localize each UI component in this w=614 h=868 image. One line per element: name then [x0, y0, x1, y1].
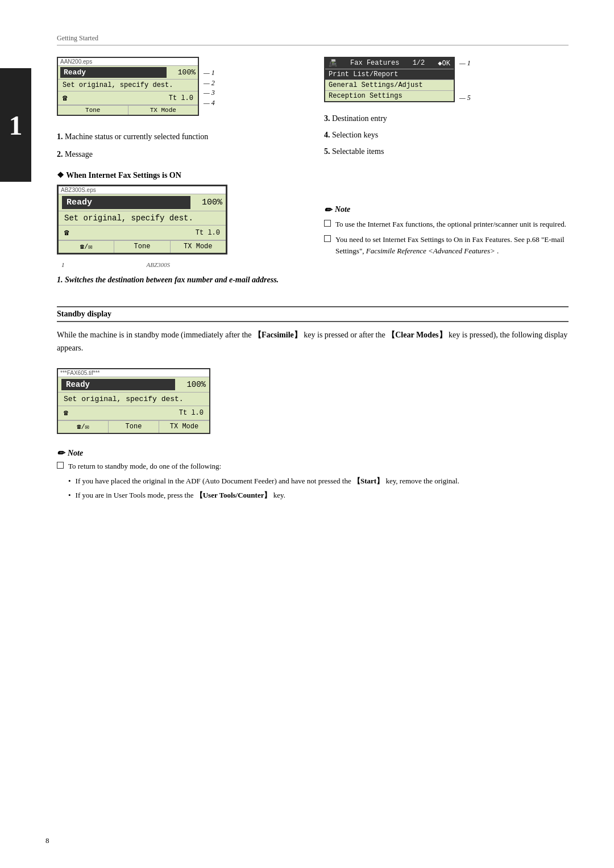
standby-phone-icon: ☎: [61, 408, 179, 418]
standby-status-row: Ready 100%: [58, 377, 209, 393]
menu-item-3: Reception Settings: [325, 90, 454, 101]
standby-section-divider: Standby display: [57, 306, 569, 322]
menu-item-1: Print List/Report: [325, 69, 454, 80]
right-lcd-page: 1/2: [413, 59, 425, 68]
internet-fax-header: When Internet Fax Settings is ON: [57, 170, 301, 180]
ifax-btn1: ☎/✉: [59, 241, 114, 253]
page-number: 8: [45, 836, 49, 845]
ifax-tt: Tt l.0: [196, 229, 222, 237]
lcd-tt: Tt l.0: [169, 94, 196, 102]
right-lcd-ok: ◆OK: [438, 59, 450, 68]
standby-checkbox: [57, 462, 64, 469]
lcd-message: Set original, specify dest.: [60, 81, 196, 90]
annot-4: — 4: [204, 99, 215, 107]
ifax-annot-num: 1: [61, 261, 65, 268]
bullet-item-1: • If you have placed the original in the…: [68, 475, 569, 487]
lcd-bottom-bar: Tone TX Mode: [58, 105, 198, 115]
standby-section-title: Standby display: [57, 310, 111, 318]
ifax-status: Ready: [62, 196, 190, 209]
standby-tt: Tt l.0: [179, 409, 206, 417]
standby-percent: 100%: [175, 380, 206, 389]
standby-note-icon: ✏: [57, 448, 64, 458]
lcd-icon-row: ☎ Tt l.0: [58, 91, 198, 105]
note-checkbox-1: [324, 220, 331, 227]
top-section: AAN200.eps Ready 100% Set original, spec…: [57, 57, 569, 295]
standby-btn2: Tone: [109, 421, 159, 433]
bullet-dot-2: •: [68, 490, 71, 501]
note-icon-right: ✏: [324, 205, 331, 215]
right-panel: 📠 Fax Features 1/2 ◆OK Print List/Report…: [324, 57, 569, 295]
standby-filename: ***FAX605.tif***: [58, 369, 209, 377]
ifax-phone-icon: ☎: [62, 227, 196, 238]
standby-icon-row: ☎ Tt l.0: [58, 406, 209, 420]
switch-description: 1. Switches the destination between fax …: [57, 274, 301, 286]
chapter-marker: 1: [0, 68, 31, 182]
note-checkbox-2: [324, 235, 331, 242]
standby-description: While the machine is in standby mode (im…: [57, 329, 569, 354]
standby-lcd-wrapper: ***FAX605.tif*** Ready 100% Set original…: [57, 361, 569, 441]
standby-btn3: TX Mode: [159, 421, 209, 433]
desc-item-4: 4. Selection keys: [324, 128, 569, 142]
bullet-item-2: • If you are in User Tools mode, press t…: [68, 490, 569, 501]
right-lcd-icon: 📠: [329, 59, 337, 68]
left-lcd-annotations: — 1 — 2 — 3 — 4: [204, 57, 215, 108]
bullet-dot-1: •: [68, 475, 71, 487]
ifax-annotation: 1 ABZ300S: [61, 261, 301, 268]
ifax-message: Set original, specify dest.: [62, 213, 222, 223]
lcd-btn-tone: Tone: [58, 106, 128, 115]
lcd-percent: 100%: [167, 68, 196, 77]
standby-bottom-bar: ☎/✉ Tone TX Mode: [58, 420, 209, 433]
standby-note: ✏ Note To return to standby mode, do one…: [57, 448, 569, 501]
desc-item-5: 5. Selectable items: [324, 144, 569, 158]
internet-fax-lcd-wrapper: ABZ300S.eps Ready 100% Set original, spe…: [57, 185, 301, 259]
standby-status: Ready: [61, 379, 175, 390]
ifax-side-label: ABZ300S: [147, 261, 171, 268]
lcd-btn-txmode: TX Mode: [128, 106, 198, 115]
ifax-message-row: Set original, specify dest.: [59, 211, 226, 226]
internet-fax-section: When Internet Fax Settings is ON ABZ300S…: [57, 170, 301, 286]
ifax-btn2: Tone: [114, 241, 170, 253]
ifax-btn3: TX Mode: [171, 241, 226, 253]
ifax-filename: ABZ300S.eps: [59, 186, 226, 194]
desc-item-1: 1. Machine status or currently selected …: [57, 130, 301, 144]
right-lcd: 📠 Fax Features 1/2 ◆OK Print List/Report…: [324, 57, 455, 102]
annot-1: — 1: [204, 69, 215, 77]
ifax-percent: 100%: [190, 198, 222, 207]
numbered-list-left: 1. Machine status or currently selected …: [57, 130, 301, 161]
right-lcd-annotations: — 1 — 5: [459, 57, 471, 102]
annot-2: — 2: [204, 79, 215, 87]
note-item-1: To use the Internet Fax functions, the o…: [324, 219, 569, 230]
menu-item-2: General Settings/Adjust: [325, 80, 454, 90]
internet-fax-lcd: ABZ300S.eps Ready 100% Set original, spe…: [57, 185, 227, 254]
right-annot-5: — 5: [459, 94, 471, 102]
numbered-list-right: 3. Destination entry 4. Selection keys 5…: [324, 111, 569, 159]
note-section-right: ✏ Note To use the Internet Fax functions…: [324, 205, 569, 257]
standby-note-checkbox: To return to standby mode, do one of the…: [57, 461, 569, 472]
ifax-status-row: Ready 100%: [59, 194, 226, 211]
standby-message-row: Set original, specify dest.: [58, 393, 209, 406]
breadcrumb: Getting Started: [57, 34, 569, 45]
lcd-status-row: Ready 100%: [58, 66, 198, 80]
standby-btn1: ☎/✉: [58, 421, 109, 433]
ifax-bottom-bar: ☎/✉ Tone TX Mode: [59, 240, 226, 253]
ifax-icon-row: ☎ Tt l.0: [59, 226, 226, 240]
lcd-status: Ready: [60, 67, 167, 78]
standby-note-title: ✏ Note: [57, 448, 569, 458]
lcd-filename: AAN200.eps: [58, 58, 198, 66]
lcd-message-row: Set original, specify dest.: [58, 80, 198, 91]
note-title-right: ✏ Note: [324, 205, 569, 215]
annot-3: — 3: [204, 89, 215, 97]
standby-lcd: ***FAX605.tif*** Ready 100% Set original…: [57, 368, 210, 434]
note-item-2: You need to set Internet Fax Settings to…: [324, 234, 569, 256]
desc-item-3: 3. Destination entry: [324, 111, 569, 126]
left-lcd-container: AAN200.eps Ready 100% Set original, spec…: [57, 57, 199, 122]
desc-item-2: 2. Message: [57, 147, 301, 161]
right-annot-1: — 1: [459, 59, 471, 68]
page: Getting Started 1 AAN200.eps Ready 100% …: [0, 0, 614, 868]
left-panel: AAN200.eps Ready 100% Set original, spec…: [57, 57, 301, 295]
standby-message: Set original, specify dest.: [61, 394, 206, 404]
lcd-phone-icon: ☎: [60, 93, 169, 103]
right-lcd-title: Fax Features: [350, 59, 399, 68]
right-lcd-wrapper: 📠 Fax Features 1/2 ◆OK Print List/Report…: [324, 57, 569, 102]
right-lcd-header: 📠 Fax Features 1/2 ◆OK: [325, 58, 454, 69]
